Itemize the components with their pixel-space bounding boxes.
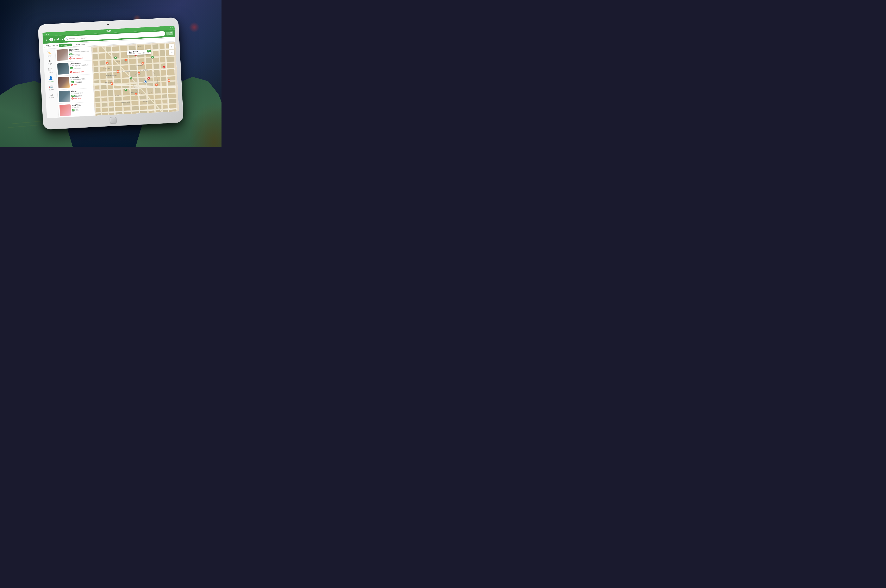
svg-rect-66 xyxy=(94,73,99,79)
restaurant-card-versance[interactable]: Le Versance 16, rue Feydeau 75002 Paris … xyxy=(56,60,93,76)
sidebar-item-offers[interactable]: 🏷️ Offers xyxy=(44,50,55,58)
discount-text-versance: -20% sur la carte xyxy=(72,71,84,73)
restaurant-count: 253 restaurants xyxy=(44,44,51,48)
svg-rect-33 xyxy=(93,54,98,60)
carrier-label: iPad ✦ xyxy=(44,33,50,35)
svg-rect-126 xyxy=(131,101,138,105)
svg-rect-132 xyxy=(96,108,101,112)
svg-rect-34 xyxy=(99,53,105,59)
relevance-button[interactable]: Relevance ▼ xyxy=(59,44,72,47)
discount-icon-dorcia: % xyxy=(71,84,73,86)
svg-rect-99 xyxy=(95,91,99,97)
svg-rect-31 xyxy=(159,44,164,49)
tablet-shell: iPad ✦ 11:07 83 % ‹ 🍴 thefork 🔍 Address,… xyxy=(38,17,184,130)
svg-rect-98 xyxy=(168,81,175,86)
dropdown-arrow-icon: ▼ xyxy=(69,44,70,46)
restaurant-card-mori[interactable]: Mori Ven... 27, rue Viv... 9.0 244... Me… xyxy=(58,102,95,117)
svg-rect-108 xyxy=(162,87,167,93)
compass-button[interactable]: ↑ xyxy=(169,44,174,49)
svg-rect-145 xyxy=(109,112,114,116)
restaurant-list: Clémentine 5, Rue Saint-Marc 75002 Paris… xyxy=(55,46,95,118)
app-name: thefork xyxy=(54,38,63,41)
map-area[interactable]: 🍽 🍽 🍽 🍽 🍽 🍽 🍽 🍽 🍽 🍽 🍽 🍽 🍽 🍽 🍽 🍽 xyxy=(91,42,179,116)
svg-rect-127 xyxy=(140,100,147,105)
svg-rect-141 xyxy=(162,105,168,109)
guides-icon: 📖 xyxy=(49,85,53,89)
restaurant-image-versance xyxy=(57,63,69,75)
svg-rect-142 xyxy=(169,104,176,108)
restaurant-info-mori: Mori Ven... 27, rue Viv... 9.0 244... Me… xyxy=(72,103,93,116)
around-me-button[interactable]: Around me xyxy=(166,32,173,36)
svg-rect-130 xyxy=(162,99,167,104)
restaurant-card-dorcia[interactable]: Le Dorcia 24, rue Feydeau 75002 9.0 1209… xyxy=(57,74,93,90)
svg-rect-152 xyxy=(163,110,168,116)
svg-rect-129 xyxy=(155,100,161,104)
svg-rect-137 xyxy=(132,106,139,110)
restaurant-image-mori xyxy=(60,104,71,116)
tablet-camera xyxy=(107,24,109,26)
svg-rect-114 xyxy=(123,96,130,100)
svg-rect-75 xyxy=(161,70,166,76)
restaurant-info-clementine: Clémentine 5, Rue Saint-Marc 75002 Paris… xyxy=(69,48,91,60)
svg-rect-29 xyxy=(145,45,151,50)
review-count-dorcia: 1209 reviews xyxy=(74,81,82,82)
cuisine-icon: 🍽️ xyxy=(48,67,53,71)
svg-rect-58 xyxy=(113,66,120,71)
rating-badge-clementine: 9.0 xyxy=(69,54,72,56)
fork-icon: 🍴 xyxy=(50,38,53,41)
svg-rect-60 xyxy=(129,65,137,70)
svg-rect-121 xyxy=(95,103,100,107)
svg-rect-112 xyxy=(108,97,113,101)
restaurant-card-pierre[interactable]: Pierre 10, rue de la Bour... 8.6 370 rev… xyxy=(57,88,94,104)
scooter-hint xyxy=(184,95,221,147)
restaurant-card-clementine[interactable]: Clémentine 5, Rue Saint-Marc 75002 Paris… xyxy=(55,46,92,62)
svg-rect-44 xyxy=(93,61,98,66)
svg-rect-30 xyxy=(152,44,158,49)
svg-rect-55 xyxy=(93,67,98,72)
sidebar-item-cuisine[interactable]: 🍽️ Cuisine xyxy=(45,66,56,75)
offers-icon: 🏷️ xyxy=(47,51,51,55)
svg-rect-110 xyxy=(95,98,100,102)
svg-rect-143 xyxy=(96,113,101,116)
svg-rect-63 xyxy=(153,64,159,69)
discount-versance: % -20% sur la carte xyxy=(70,70,91,73)
search-placeholder: Address, city, restaurant... xyxy=(69,37,88,40)
restaurant-image-pierre xyxy=(59,90,71,102)
svg-rect-69 xyxy=(113,72,120,78)
svg-rect-45 xyxy=(99,60,105,65)
review-count-versance: 169 reviews xyxy=(74,67,80,69)
svg-rect-122 xyxy=(102,103,107,106)
svg-rect-113 xyxy=(115,97,122,101)
discount-icon-versance: % xyxy=(70,71,72,74)
svg-rect-136 xyxy=(123,106,131,111)
discount-dorcia: % -30% xyxy=(71,82,92,86)
svg-rect-86 xyxy=(161,77,166,81)
svg-rect-118 xyxy=(155,94,161,99)
popup-see-button[interactable]: See xyxy=(147,50,151,52)
tablet-device: iPad ✦ 11:07 83 % ‹ 🍴 thefork 🔍 Address,… xyxy=(38,17,184,130)
svg-rect-119 xyxy=(162,94,167,98)
search-icon: 🔍 xyxy=(66,38,68,40)
radius-label: Radius xyxy=(50,97,54,99)
restaurant-info-versance: Le Versance 16, rue Feydeau 75002 Paris … xyxy=(70,62,91,74)
discount-icon-pierre: % xyxy=(72,98,74,100)
sidebar-item-budget[interactable]: € Budget xyxy=(44,58,56,66)
svg-rect-59 xyxy=(121,66,128,70)
svg-rect-80 xyxy=(114,79,121,83)
back-button[interactable]: ‹ xyxy=(44,38,48,42)
svg-rect-133 xyxy=(102,108,108,112)
sidebar-item-radius[interactable]: ◎ Radius xyxy=(46,92,57,100)
fullscreen-button[interactable]: ⤡ xyxy=(169,50,174,55)
svg-rect-124 xyxy=(115,102,122,106)
restaurant-image-clementine xyxy=(57,49,68,61)
svg-rect-42 xyxy=(160,50,165,56)
tablet-home-button[interactable] xyxy=(110,117,117,124)
svg-rect-97 xyxy=(162,82,167,86)
svg-rect-89 xyxy=(101,85,107,89)
rating-badge-dorcia: 9.0 xyxy=(71,81,74,83)
sidebar-item-services[interactable]: 👤 Services xyxy=(45,75,56,83)
restaurant-info-pierre: Pierre 10, rue de la Bour... 8.6 370 rev… xyxy=(71,89,93,102)
guides-label: Guides xyxy=(49,89,54,91)
sidebar-item-guides[interactable]: 📖 Guides xyxy=(46,83,57,92)
svg-rect-26 xyxy=(120,46,127,51)
